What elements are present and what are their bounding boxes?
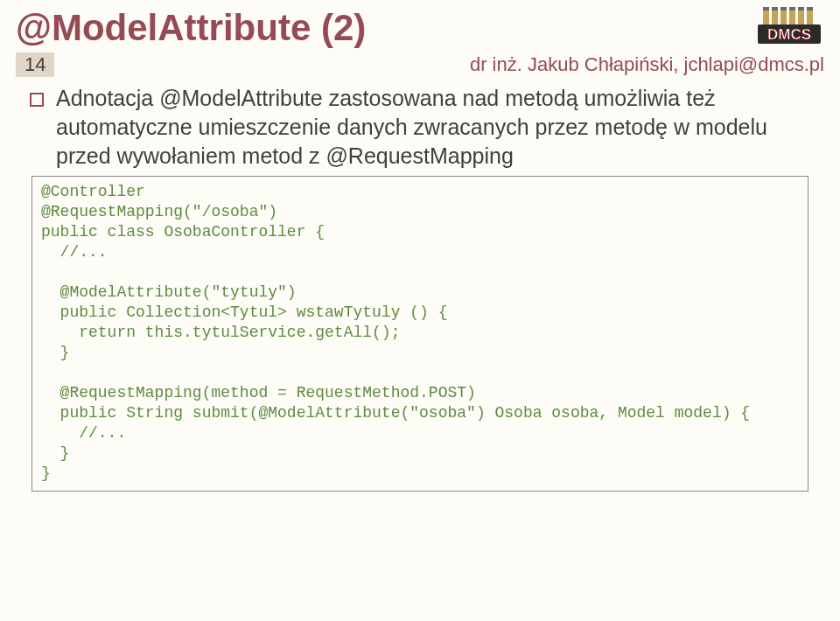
svg-rect-10 xyxy=(780,7,787,10)
svg-text:DMCS: DMCS xyxy=(767,26,811,43)
slide-title: @ModelAttribute (2) xyxy=(16,7,840,49)
svg-rect-2 xyxy=(763,9,769,24)
svg-rect-5 xyxy=(789,9,795,24)
svg-rect-8 xyxy=(763,7,769,10)
bullet-text: Adnotacja @ModelAttribute zastosowana na… xyxy=(56,84,808,171)
content-area: Adnotacja @ModelAttribute zastosowana na… xyxy=(56,84,808,171)
header-row: 14 dr inż. Jakub Chłapiński, jchlapi@dmc… xyxy=(16,52,824,77)
svg-rect-7 xyxy=(807,9,813,24)
dmcs-logo: DMCS xyxy=(756,5,824,47)
svg-rect-12 xyxy=(798,7,804,10)
svg-rect-4 xyxy=(780,9,787,24)
svg-rect-3 xyxy=(772,9,778,24)
svg-rect-6 xyxy=(798,9,804,24)
svg-rect-13 xyxy=(807,7,813,10)
svg-rect-11 xyxy=(789,7,795,10)
svg-rect-9 xyxy=(772,7,778,10)
code-block: @Controller @RequestMapping("/osoba") pu… xyxy=(32,176,808,492)
author-line: dr inż. Jakub Chłapiński, jchlapi@dmcs.p… xyxy=(470,53,824,76)
page-number: 14 xyxy=(16,52,54,77)
